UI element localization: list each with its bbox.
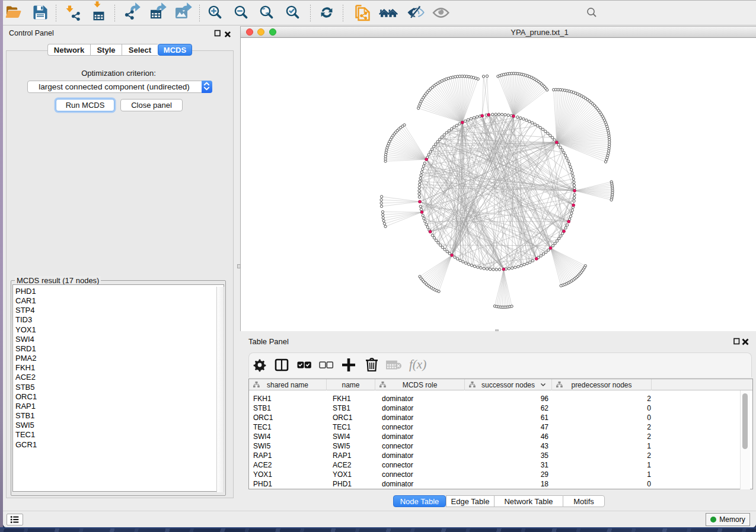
svg-text:f(x): f(x) <box>409 357 426 371</box>
